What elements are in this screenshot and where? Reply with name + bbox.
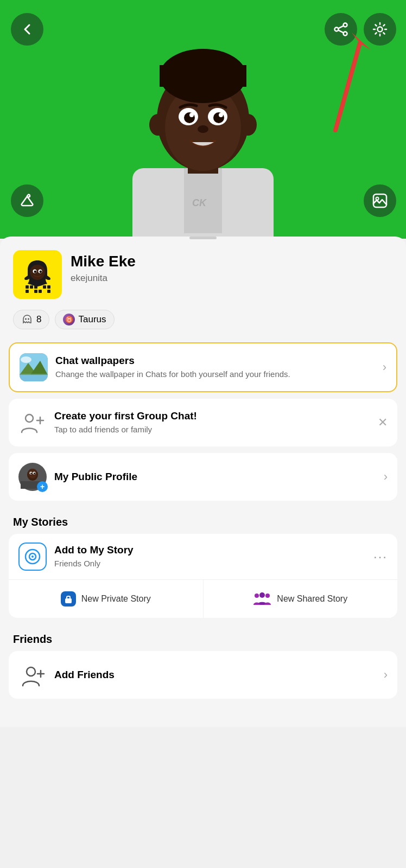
add-to-story-label: Add to My Story bbox=[54, 544, 366, 556]
svg-point-35 bbox=[40, 271, 42, 273]
svg-rect-40 bbox=[47, 285, 50, 289]
svg-rect-41 bbox=[26, 290, 29, 293]
drag-handle bbox=[189, 237, 217, 239]
add-friends-label: Add Friends bbox=[54, 669, 376, 681]
add-friends-icon bbox=[18, 661, 47, 689]
gallery-button[interactable] bbox=[364, 184, 396, 217]
svg-rect-37 bbox=[30, 285, 33, 289]
friends-header: Friends bbox=[0, 624, 406, 651]
wallpapers-chevron: › bbox=[383, 360, 386, 374]
public-profile-chevron: › bbox=[384, 470, 388, 484]
group-chat-title: Create your first Group Chat! bbox=[54, 410, 370, 422]
wallpapers-subtitle: Change the wallpaper in Chats for both y… bbox=[55, 368, 375, 380]
svg-rect-44 bbox=[47, 290, 50, 293]
ghost-icon bbox=[21, 314, 33, 326]
add-to-story-text: Add to My Story Friends Only bbox=[54, 544, 366, 569]
svg-point-13 bbox=[189, 113, 194, 117]
lock-icon bbox=[61, 591, 76, 607]
story-options-row: New Private Story New Shared Story bbox=[9, 580, 397, 618]
svg-point-68 bbox=[255, 593, 259, 598]
score-value: 8 bbox=[36, 314, 41, 325]
my-stories-card: Add to My Story Friends Only ··· New Pri… bbox=[9, 534, 397, 618]
public-profile-card[interactable]: + My Public Profile › bbox=[9, 453, 397, 501]
profile-username: ekejunita bbox=[71, 273, 393, 284]
add-friends-card[interactable]: Add Friends › bbox=[9, 651, 397, 699]
content-area: Mike Eke ekejunita 8 ♉ Taurus bbox=[0, 237, 406, 727]
hanger-button[interactable] bbox=[11, 184, 43, 217]
svg-rect-38 bbox=[34, 285, 37, 289]
svg-point-50 bbox=[21, 356, 31, 363]
shared-story-icon bbox=[253, 590, 271, 608]
add-to-story-subtitle: Friends Only bbox=[54, 558, 366, 569]
group-chat-subtitle: Tap to add friends or family bbox=[54, 424, 370, 435]
public-profile-text: My Public Profile bbox=[54, 471, 376, 483]
svg-point-70 bbox=[27, 667, 35, 676]
svg-point-25 bbox=[376, 197, 379, 200]
svg-point-6 bbox=[149, 114, 167, 136]
public-profile-title: My Public Profile bbox=[54, 471, 376, 483]
svg-rect-39 bbox=[43, 285, 46, 289]
wallpapers-title: Chat wallpapers bbox=[55, 355, 375, 367]
back-button[interactable] bbox=[11, 13, 43, 46]
svg-point-61 bbox=[34, 473, 35, 474]
avatar-bitmoji: CK bbox=[100, 11, 306, 239]
svg-rect-66 bbox=[65, 598, 72, 603]
svg-point-67 bbox=[259, 592, 265, 598]
new-private-story-button[interactable]: New Private Story bbox=[9, 580, 204, 618]
group-chat-card[interactable]: Create your first Group Chat! Tap to add… bbox=[9, 399, 397, 446]
svg-point-65 bbox=[31, 556, 34, 558]
my-stories-header: My Stories bbox=[0, 507, 406, 534]
zodiac-label: Taurus bbox=[78, 314, 106, 325]
header-banner: CK bbox=[0, 0, 406, 239]
svg-point-34 bbox=[34, 271, 36, 273]
svg-point-45 bbox=[25, 318, 27, 320]
red-arrow bbox=[292, 27, 379, 136]
svg-point-15 bbox=[198, 125, 208, 133]
svg-line-27 bbox=[335, 43, 360, 130]
zodiac-icon: ♉ bbox=[63, 314, 75, 326]
wallpapers-text: Chat wallpapers Change the wallpaper in … bbox=[55, 355, 375, 380]
svg-rect-17 bbox=[160, 65, 246, 87]
group-chat-close-button[interactable]: ✕ bbox=[378, 416, 388, 430]
story-options-button[interactable]: ··· bbox=[373, 549, 388, 564]
svg-rect-51 bbox=[20, 374, 48, 381]
profile-name: Mike Eke bbox=[71, 252, 393, 271]
badges-row: 8 ♉ Taurus bbox=[0, 310, 406, 342]
svg-marker-29 bbox=[352, 33, 371, 50]
wallpapers-icon bbox=[20, 353, 48, 381]
new-shared-story-button[interactable]: New Shared Story bbox=[204, 580, 398, 618]
svg-text:CK: CK bbox=[192, 197, 207, 208]
profile-section: Mike Eke ekejunita bbox=[0, 250, 406, 310]
svg-point-60 bbox=[30, 473, 32, 474]
add-to-story-row[interactable]: Add to My Story Friends Only ··· bbox=[9, 534, 397, 580]
svg-rect-43 bbox=[39, 290, 42, 293]
plus-badge: + bbox=[37, 481, 48, 492]
svg-point-46 bbox=[28, 318, 29, 320]
chat-wallpapers-card[interactable]: Chat wallpapers Change the wallpaper in … bbox=[9, 342, 397, 392]
svg-point-31 bbox=[30, 265, 45, 280]
svg-rect-36 bbox=[26, 285, 29, 289]
group-chat-text: Create your first Group Chat! Tap to add… bbox=[54, 410, 370, 435]
svg-point-14 bbox=[219, 113, 223, 117]
profile-info: Mike Eke ekejunita bbox=[71, 250, 393, 284]
camera-story-icon bbox=[18, 542, 47, 571]
svg-point-69 bbox=[265, 593, 270, 598]
group-chat-icon bbox=[18, 409, 47, 437]
score-badge[interactable]: 8 bbox=[13, 310, 49, 329]
add-friends-text: Add Friends bbox=[54, 669, 376, 681]
snapcode[interactable] bbox=[13, 250, 62, 299]
svg-point-7 bbox=[239, 114, 257, 136]
zodiac-badge[interactable]: ♉ Taurus bbox=[55, 310, 114, 329]
new-shared-story-label: New Shared Story bbox=[277, 594, 347, 604]
new-private-story-label: New Private Story bbox=[81, 594, 151, 604]
svg-point-52 bbox=[26, 414, 33, 422]
public-profile-icon: + bbox=[18, 463, 47, 491]
svg-rect-42 bbox=[34, 290, 37, 293]
add-friends-chevron: › bbox=[384, 668, 388, 682]
